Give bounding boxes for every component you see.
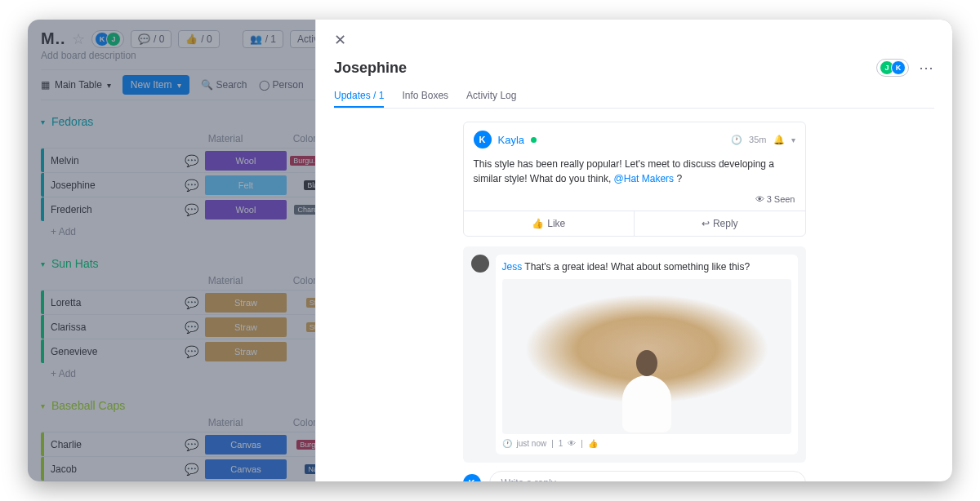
author-name[interactable]: Kayla bbox=[498, 134, 525, 146]
update-menu-icon[interactable]: ▾ bbox=[791, 135, 795, 144]
reply-author[interactable]: Jess bbox=[502, 261, 523, 273]
online-indicator-icon bbox=[531, 137, 537, 143]
reply-time: just now bbox=[517, 439, 547, 448]
reply-like-icon[interactable]: 👍 bbox=[588, 439, 598, 448]
reply-avatar[interactable] bbox=[471, 255, 489, 273]
tab-info-boxes[interactable]: Info Boxes bbox=[402, 85, 448, 108]
bell-icon[interactable]: 🔔 bbox=[773, 135, 785, 145]
clock-icon: 🕐 bbox=[731, 135, 742, 145]
author-avatar[interactable]: K bbox=[474, 131, 492, 149]
reply-views: 1 bbox=[559, 439, 564, 448]
update-card: K Kayla 🕐 35m 🔔 ▾ This style has been re… bbox=[463, 122, 806, 237]
mention[interactable]: @Hat Makers bbox=[614, 173, 675, 184]
tab-updates[interactable]: Updates / 1 bbox=[334, 85, 384, 108]
update-body: This style has been really popular! Let'… bbox=[464, 157, 805, 194]
current-user-avatar[interactable]: K bbox=[463, 474, 481, 481]
clock-icon: 🕐 bbox=[502, 439, 512, 448]
seen-count[interactable]: 3 Seen bbox=[767, 194, 795, 204]
eye-icon: 👁 bbox=[755, 194, 764, 204]
like-button[interactable]: 👍 Like bbox=[464, 211, 635, 236]
panel-members[interactable]: JK bbox=[876, 59, 909, 77]
tab-activity-log[interactable]: Activity Log bbox=[466, 85, 516, 108]
eye-icon: 👁 bbox=[568, 439, 576, 448]
reply-text: That's a great idea! What about somethin… bbox=[524, 261, 750, 273]
item-panel: ✕ Josephine JK ⋯ Updates / 1 Info Boxes … bbox=[315, 20, 952, 481]
update-time: 35m bbox=[749, 135, 766, 144]
reply-item: Jess That's a great idea! What about som… bbox=[463, 246, 806, 463]
close-icon[interactable]: ✕ bbox=[334, 31, 350, 49]
reply-button[interactable]: ↩ Reply bbox=[634, 211, 805, 236]
panel-title[interactable]: Josephine bbox=[334, 60, 407, 77]
reply-input[interactable]: Write a reply... bbox=[489, 471, 806, 481]
panel-more-icon[interactable]: ⋯ bbox=[919, 59, 934, 77]
reply-image[interactable] bbox=[502, 279, 791, 434]
